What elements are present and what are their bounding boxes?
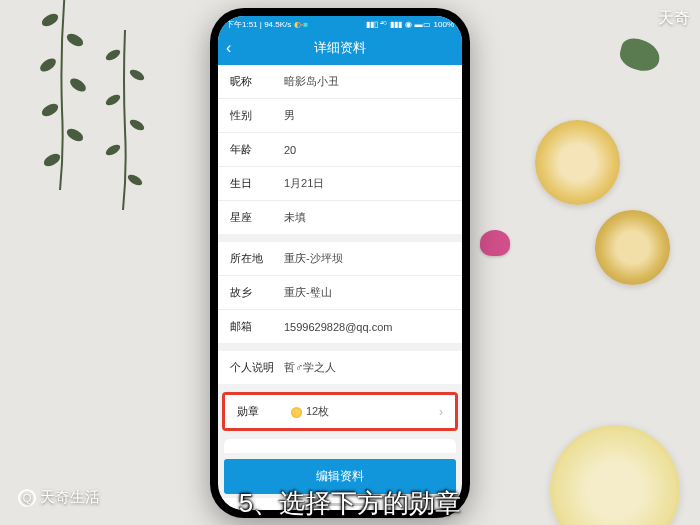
svg-point-3	[68, 76, 88, 95]
decoration-citrus	[550, 425, 680, 525]
page-title: 详细资料	[314, 39, 366, 57]
svg-point-2	[38, 56, 58, 75]
birthday-value: 1月21日	[284, 176, 450, 191]
instruction-caption: 5、选择下方的勋章	[239, 486, 461, 521]
watermark-top-right: 天奇	[658, 8, 690, 29]
medal-icon	[291, 407, 302, 418]
decoration-citrus	[535, 120, 620, 205]
age-label: 年龄	[230, 142, 284, 157]
highlight-medals: 勋章 12枚 ›	[222, 392, 458, 431]
hometown-value: 重庆-璧山	[284, 285, 450, 300]
status-bar: 下午1:51 | 94.5K/s ◐•■ ▮▮▯ ⁴ᴳ ▮▮▮ ◉ ▬▭ 100…	[218, 16, 462, 31]
bio-label: 个人说明	[230, 360, 284, 375]
medals-label: 勋章	[237, 404, 291, 419]
chevron-right-icon: ›	[439, 405, 443, 419]
row-birthday[interactable]: 生日 1月21日	[218, 167, 462, 201]
watermark-bottom-left: Q 天奇生活	[18, 488, 100, 507]
battery-icon: ▬▭	[415, 20, 431, 29]
row-hometown[interactable]: 故乡 重庆-璧山	[218, 276, 462, 310]
svg-point-12	[126, 173, 144, 188]
decoration-citrus	[595, 210, 670, 285]
row-email[interactable]: 邮箱 1599629828@qq.com	[218, 310, 462, 343]
svg-point-5	[65, 126, 86, 144]
zodiac-value: 未填	[284, 210, 450, 225]
location-value: 重庆-沙坪坝	[284, 251, 450, 266]
age-value: 20	[284, 144, 450, 156]
gender-label: 性别	[230, 108, 284, 123]
row-nickname[interactable]: 昵称 暗影岛小丑	[218, 65, 462, 99]
medals-value: 12枚	[291, 404, 439, 419]
status-net: 94.5K/s	[264, 20, 291, 29]
decoration-flower	[480, 230, 510, 256]
svg-point-10	[128, 118, 146, 133]
status-time: 下午1:51	[226, 20, 258, 29]
row-bio[interactable]: 个人说明 哲♂学之人	[218, 351, 462, 384]
back-button[interactable]: ‹	[226, 39, 231, 57]
zodiac-label: 星座	[230, 210, 284, 225]
bio-value: 哲♂学之人	[284, 360, 450, 375]
row-age[interactable]: 年龄 20	[218, 133, 462, 167]
svg-point-11	[104, 143, 122, 158]
logo-icon: Q	[18, 489, 36, 507]
svg-point-0	[40, 11, 61, 29]
row-gender[interactable]: 性别 男	[218, 99, 462, 133]
svg-point-7	[104, 48, 122, 63]
nickname-label: 昵称	[230, 74, 284, 89]
decoration-mint	[617, 35, 663, 74]
row-medals[interactable]: 勋章 12枚 ›	[225, 395, 455, 428]
row-location[interactable]: 所在地 重庆-沙坪坝	[218, 242, 462, 276]
svg-point-4	[40, 101, 61, 119]
signal-icon: ▮▮▯ ⁴ᴳ ▮▮▮	[366, 20, 401, 29]
email-value: 1599629828@qq.com	[284, 321, 450, 333]
phone-frame: 下午1:51 | 94.5K/s ◐•■ ▮▮▯ ⁴ᴳ ▮▮▮ ◉ ▬▭ 100…	[210, 8, 470, 518]
email-label: 邮箱	[230, 319, 284, 334]
svg-point-8	[128, 68, 146, 83]
row-zodiac[interactable]: 星座 未填	[218, 201, 462, 234]
svg-point-1	[65, 31, 86, 49]
status-battery: 100%	[434, 20, 454, 29]
svg-point-6	[42, 151, 63, 169]
svg-point-9	[104, 93, 122, 108]
gender-value: 男	[284, 108, 450, 123]
nav-bar: ‹ 详细资料	[218, 31, 462, 65]
nickname-value: 暗影岛小丑	[284, 74, 450, 89]
birthday-label: 生日	[230, 176, 284, 191]
location-label: 所在地	[230, 251, 284, 266]
hometown-label: 故乡	[230, 285, 284, 300]
wifi-icon: ◉	[405, 20, 412, 29]
